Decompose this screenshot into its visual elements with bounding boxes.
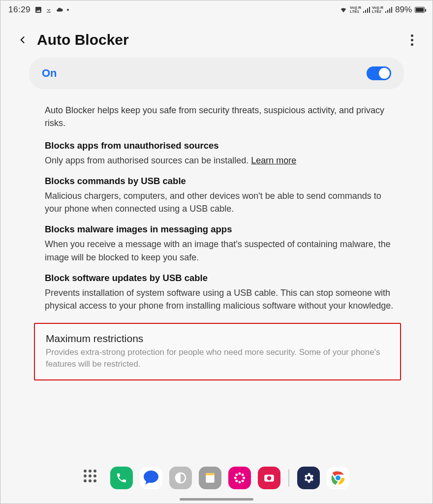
content-area: On Auto Blocker helps keep you safe from…: [0, 54, 433, 459]
svg-point-7: [235, 473, 238, 476]
section-title: Blocks malware images in messaging apps: [45, 224, 399, 235]
status-time: 16:29: [8, 5, 31, 15]
section-title: Block software updates by USB cable: [45, 273, 399, 284]
master-toggle-label: On: [42, 67, 57, 80]
navigation-dock: [0, 459, 433, 504]
section-block-malware-images: Blocks malware images in messaging apps …: [12, 218, 421, 266]
more-notif-dot-icon: [67, 9, 69, 11]
chevron-left-icon: [18, 35, 28, 45]
dock-separator: [288, 469, 289, 487]
sim1-indicator: Vo)) RLTE1: [350, 6, 361, 14]
svg-rect-2: [206, 473, 214, 475]
svg-point-12: [267, 476, 272, 480]
max-restrictions-title: Maximum restrictions: [46, 333, 389, 345]
chrome-app-icon[interactable]: [327, 467, 349, 489]
svg-point-8: [242, 473, 244, 476]
svg-point-5: [234, 477, 237, 479]
svg-point-10: [242, 480, 244, 482]
signal-bars-2-icon: [385, 7, 392, 13]
messages-app-icon[interactable]: [140, 467, 162, 489]
maximum-restrictions-item[interactable]: Maximum restrictions Provides extra-stro…: [34, 323, 401, 381]
section-title: Blocks apps from unauthorised sources: [45, 140, 399, 151]
svg-point-9: [235, 480, 238, 482]
learn-more-link[interactable]: Learn more: [251, 156, 296, 165]
max-restrictions-body: Provides extra-strong protection for peo…: [46, 346, 389, 370]
bixby-app-icon[interactable]: [169, 467, 192, 489]
apps-drawer-button[interactable]: [84, 470, 100, 486]
section-block-unauthorised: Blocks apps from unauthorised sources On…: [12, 134, 421, 170]
page-title: Auto Blocker: [37, 32, 129, 48]
section-body: Prevents installation of system software…: [45, 286, 399, 312]
section-block-usb-updates: Block software updates by USB cable Prev…: [12, 267, 421, 315]
signal-bars-1-icon: [363, 7, 370, 13]
photo-saved-icon: [34, 6, 42, 14]
phone-app-icon[interactable]: [110, 467, 133, 489]
gesture-handle[interactable]: [180, 498, 253, 501]
wifi-icon: [339, 6, 348, 13]
more-vert-icon: [411, 33, 413, 47]
more-button[interactable]: [404, 31, 422, 49]
battery-percent: 89%: [395, 5, 412, 15]
master-toggle-switch[interactable]: [367, 66, 391, 80]
svg-point-4: [239, 481, 241, 483]
feature-description: Auto Blocker helps keep you safe from se…: [12, 98, 421, 134]
gallery-app-icon[interactable]: [228, 467, 251, 489]
master-toggle-card[interactable]: On: [29, 58, 404, 89]
section-body: Only apps from authorised sources can be…: [45, 154, 399, 167]
svg-point-3: [239, 472, 241, 475]
section-title: Blocks commands by USB cable: [45, 176, 399, 187]
cloud-icon: [55, 6, 64, 13]
section-body: Malicious chargers, computers, and other…: [45, 189, 399, 215]
svg-point-6: [243, 477, 245, 479]
back-button[interactable]: [15, 32, 30, 47]
camera-app-icon[interactable]: [258, 467, 280, 489]
sim2-indicator: Vo)) RLTE2: [372, 6, 383, 14]
download-icon: [45, 6, 52, 14]
status-bar: 16:29 Vo)) RLTE1 Vo)) RLTE2 89%: [0, 0, 433, 19]
section-block-usb-commands: Blocks commands by USB cable Malicious c…: [12, 170, 421, 218]
battery-icon: [415, 7, 425, 13]
notes-app-icon[interactable]: [199, 467, 221, 489]
settings-app-icon[interactable]: [297, 467, 320, 489]
section-body: When you receive a message with an image…: [45, 238, 399, 263]
titlebar: Auto Blocker: [0, 19, 433, 54]
